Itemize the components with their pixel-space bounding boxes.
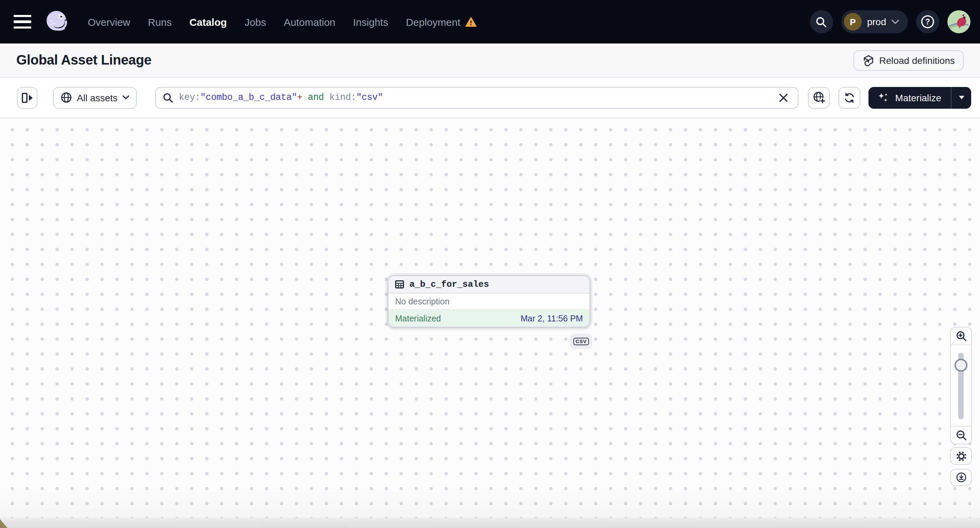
zoom-in-button[interactable]: [951, 328, 971, 345]
asset-status-row: Materialized Mar 2, 11:56 PM: [388, 310, 590, 327]
sparkles-icon: [877, 91, 890, 104]
search-query-text: key:"combo_a_b_c_data"+ and kind:"csv": [179, 92, 383, 103]
nav-item-automation[interactable]: Automation: [284, 16, 336, 27]
zoom-in-icon: [955, 330, 967, 342]
svg-text:?: ?: [925, 17, 930, 26]
window-bottom-edge: [0, 518, 980, 528]
asset-name: a_b_c_for_sales: [409, 279, 489, 290]
environment-switcher[interactable]: P prod: [841, 10, 908, 33]
nav-label: Deployment: [406, 16, 460, 27]
download-image-button[interactable]: [950, 469, 972, 486]
graph-settings-button[interactable]: [950, 447, 972, 465]
caret-down-icon: [959, 96, 964, 99]
asset-node-header: a_b_c_for_sales: [388, 276, 590, 293]
materialized-status: Materialized: [395, 314, 441, 323]
help-icon: ?: [919, 13, 937, 30]
chevron-down-icon: [892, 19, 899, 24]
nav-label: Catalog: [189, 16, 227, 27]
materialization-timestamp: Mar 2, 11:56 PM: [520, 314, 583, 323]
refresh-graph-button[interactable]: [839, 87, 861, 108]
reload-definitions-button[interactable]: Reload definitions: [853, 50, 964, 70]
nav-item-deployment[interactable]: Deployment: [406, 16, 477, 27]
menu-icon[interactable]: [14, 15, 31, 29]
globe-icon: [60, 92, 72, 103]
nav-item-catalog[interactable]: Catalog: [189, 16, 227, 27]
asset-group-filter-button[interactable]: All assets: [53, 87, 137, 108]
lineage-canvas[interactable]: a_b_c_for_sales No description Materiali…: [0, 118, 980, 528]
nav-label: Insights: [353, 16, 388, 27]
nav-label: Runs: [148, 16, 172, 27]
environment-initial: P: [844, 13, 862, 30]
materialize-split-button: Materialize: [869, 87, 971, 108]
zoom-out-icon: [955, 430, 967, 441]
open-panel-button[interactable]: [17, 87, 37, 108]
asset-kind-badge[interactable]: CSV: [570, 334, 592, 349]
materialize-options-button[interactable]: [951, 87, 971, 108]
zoom-out-button[interactable]: [951, 426, 971, 444]
search-icon: [162, 92, 173, 103]
asset-filter-label: All assets: [77, 92, 118, 103]
dagster-logo-icon: [43, 8, 70, 35]
zoom-controls: [950, 327, 972, 444]
zoom-slider: [951, 345, 971, 426]
nav-label: Automation: [284, 16, 336, 27]
add-scope-button[interactable]: [808, 87, 830, 108]
asset-description: No description: [388, 293, 590, 310]
asset-node-a-b-c-for-sales[interactable]: a_b_c_for_sales No description Materiali…: [388, 275, 590, 328]
materialize-label: Materialize: [895, 92, 941, 103]
download-icon: [955, 472, 967, 483]
nav-item-insights[interactable]: Insights: [353, 16, 388, 27]
nav-item-runs[interactable]: Runs: [148, 16, 172, 27]
materialize-button[interactable]: Materialize: [869, 87, 951, 108]
navbar-right: P prod ?: [810, 10, 970, 33]
panel-toggle-icon: [21, 91, 34, 104]
lineage-toolbar: All assets key:"combo_a_b_c_data"+ and k…: [0, 78, 980, 118]
search-icon: [816, 16, 827, 27]
csv-kind-icon: CSV: [573, 338, 589, 345]
nav-item-overview[interactable]: Overview: [88, 16, 130, 27]
reload-icon: [862, 54, 874, 66]
clear-search-button[interactable]: [775, 89, 793, 106]
globe-add-icon: [813, 91, 826, 104]
reload-definitions-label: Reload definitions: [879, 55, 955, 66]
warning-icon: [465, 17, 477, 27]
main-nav: Overview Runs Catalog Jobs Automation In…: [88, 16, 477, 27]
refresh-icon: [844, 91, 856, 104]
avatar-bird-image: [947, 10, 970, 33]
page-header: Global Asset Lineage Reload definitions: [0, 43, 980, 78]
environment-name: prod: [867, 16, 886, 27]
dagster-app: Overview Runs Catalog Jobs Automation In…: [0, 0, 980, 528]
window-corner-artifact: [0, 519, 8, 528]
asset-search-input[interactable]: key:"combo_a_b_c_data"+ and kind:"csv": [155, 87, 799, 108]
page-title: Global Asset Lineage: [16, 52, 151, 68]
nav-label: Jobs: [245, 16, 266, 27]
nav-label: Overview: [88, 16, 130, 27]
chevron-down-icon: [123, 95, 129, 100]
gear-icon: [955, 450, 967, 462]
nav-item-jobs[interactable]: Jobs: [245, 16, 266, 27]
dagster-logo[interactable]: [43, 8, 70, 35]
top-navbar: Overview Runs Catalog Jobs Automation In…: [0, 0, 980, 43]
zoom-slider-handle[interactable]: [955, 359, 967, 372]
global-search-button[interactable]: [810, 10, 833, 33]
table-icon: [395, 279, 405, 290]
clear-icon: [779, 93, 789, 102]
user-avatar[interactable]: [947, 10, 970, 33]
help-button[interactable]: ?: [916, 10, 939, 33]
